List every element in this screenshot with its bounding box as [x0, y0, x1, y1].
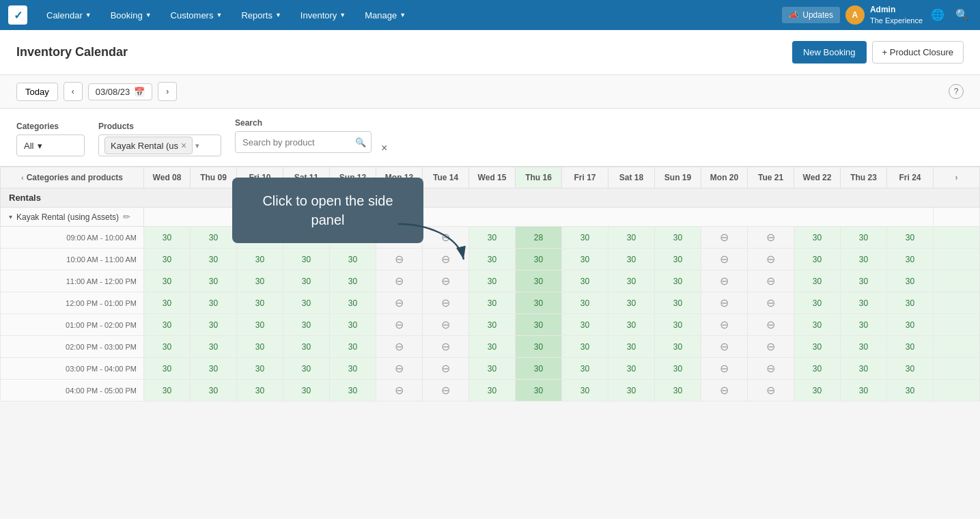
calendar-slot[interactable]: ⊖	[701, 227, 748, 249]
calendar-slot[interactable]: 30	[562, 314, 608, 336]
calendar-slot[interactable]: 30	[237, 336, 283, 358]
calendar-slot[interactable]: ⊖	[376, 336, 423, 358]
calendar-slot[interactable]: ⊖	[376, 358, 423, 380]
calendar-slot[interactable]: 30	[283, 380, 330, 402]
calendar-slot[interactable]: 30	[283, 249, 330, 270]
calendar-slot[interactable]: 30	[608, 292, 655, 314]
calendar-slot[interactable]: 30	[794, 227, 841, 249]
calendar-slot[interactable]: 30	[655, 249, 701, 270]
nav-manage[interactable]: Manage ▼	[356, 5, 414, 26]
calendar-slot[interactable]: 30	[283, 270, 330, 292]
calendar-slot[interactable]: 30	[191, 292, 237, 314]
calendar-slot[interactable]: 28	[516, 227, 562, 249]
today-button[interactable]: Today	[16, 83, 58, 101]
calendar-slot[interactable]: 30	[655, 336, 701, 358]
help-icon[interactable]: ?	[949, 84, 964, 99]
calendar-slot[interactable]: 30	[887, 227, 934, 249]
calendar-slot[interactable]: 30	[237, 270, 283, 292]
logo[interactable]: ✓	[8, 5, 27, 25]
calendar-slot[interactable]: 30	[794, 270, 841, 292]
calendar-slot[interactable]: 30	[283, 336, 330, 358]
calendar-slot[interactable]: 30	[469, 249, 516, 270]
calendar-slot[interactable]: ⊖	[423, 249, 469, 270]
calendar-slot[interactable]: 30	[516, 292, 562, 314]
new-booking-button[interactable]: New Booking	[792, 41, 867, 64]
calendar-slot[interactable]: 30	[469, 380, 516, 402]
calendar-slot[interactable]: 30	[794, 380, 841, 402]
calendar-slot[interactable]: 30	[608, 249, 655, 270]
calendar-slot[interactable]: ⊖	[423, 292, 469, 314]
calendar-slot[interactable]: 30	[283, 292, 330, 314]
calendar-slot[interactable]: ⊖	[748, 314, 794, 336]
col-prev-button[interactable]: ‹	[21, 173, 24, 182]
calendar-slot[interactable]: 30	[516, 314, 562, 336]
calendar-slot[interactable]: ⊖	[748, 380, 794, 402]
calendar-slot[interactable]: 30	[516, 249, 562, 270]
calendar-slot[interactable]: 30	[887, 292, 934, 314]
calendar-slot[interactable]: ⊖	[701, 270, 748, 292]
calendar-slot[interactable]: 30	[237, 227, 283, 249]
calendar-slot[interactable]: 30	[608, 314, 655, 336]
clear-search-button[interactable]: ×	[381, 143, 387, 154]
calendar-slot[interactable]: 30	[469, 336, 516, 358]
next-date-button[interactable]: ›	[158, 82, 177, 101]
calendar-slot[interactable]: 30	[144, 380, 191, 402]
calendar-slot[interactable]: 30	[330, 336, 376, 358]
calendar-slot[interactable]: 30	[237, 358, 283, 380]
calendar-slot[interactable]: 30	[191, 227, 237, 249]
calendar-slot[interactable]: ⊖	[423, 270, 469, 292]
calendar-slot[interactable]: 30	[516, 380, 562, 402]
calendar-slot[interactable]: 30	[655, 292, 701, 314]
calendar-slot[interactable]: 30	[144, 314, 191, 336]
calendar-slot[interactable]: 30	[887, 314, 934, 336]
calendar-slot[interactable]: 30	[887, 380, 934, 402]
nav-booking[interactable]: Booking ▼	[102, 5, 160, 26]
calendar-slot[interactable]: ⊖	[376, 314, 423, 336]
calendar-slot[interactable]: 30	[841, 336, 887, 358]
calendar-slot[interactable]: 30	[330, 249, 376, 270]
calendar-slot[interactable]: 30	[655, 380, 701, 402]
calendar-slot[interactable]: 30	[887, 358, 934, 380]
calendar-slot[interactable]: 30	[841, 380, 887, 402]
calendar-slot[interactable]: 30	[469, 227, 516, 249]
calendar-slot[interactable]: 30	[191, 336, 237, 358]
search-icon[interactable]: 🔍	[953, 5, 972, 24]
calendar-slot[interactable]: ⊖	[701, 292, 748, 314]
edit-icon[interactable]: ✏	[123, 212, 130, 222]
nav-customers[interactable]: Customers ▼	[163, 5, 231, 26]
calendar-slot[interactable]: 30	[655, 227, 701, 249]
calendar-slot[interactable]: 30	[516, 358, 562, 380]
calendar-slot[interactable]: 30	[144, 270, 191, 292]
calendar-slot[interactable]: 30	[562, 292, 608, 314]
calendar-slot[interactable]: 30	[191, 380, 237, 402]
calendar-slot[interactable]: 30	[608, 336, 655, 358]
calendar-slot[interactable]: 30	[283, 227, 330, 249]
calendar-slot[interactable]: ⊖	[748, 249, 794, 270]
updates-button[interactable]: 📣 Updates	[782, 7, 840, 23]
nav-inventory[interactable]: Inventory ▼	[292, 5, 354, 26]
calendar-slot[interactable]: 30	[841, 227, 887, 249]
calendar-slot[interactable]: 30	[469, 358, 516, 380]
globe-icon[interactable]: 🌐	[928, 5, 947, 24]
calendar-slot[interactable]: 30	[562, 227, 608, 249]
calendar-slot[interactable]: 30	[608, 380, 655, 402]
calendar-slot[interactable]: 30	[191, 314, 237, 336]
prev-date-button[interactable]: ‹	[64, 82, 83, 101]
product-closure-button[interactable]: + Product Closure	[872, 41, 964, 64]
calendar-slot[interactable]: 30	[144, 336, 191, 358]
calendar-icon[interactable]: 📅	[134, 87, 145, 97]
calendar-slot[interactable]: 30	[841, 270, 887, 292]
calendar-slot[interactable]: 30	[330, 358, 376, 380]
calendar-slot[interactable]: 30	[562, 380, 608, 402]
calendar-slot[interactable]: ⊖	[423, 336, 469, 358]
calendar-slot[interactable]: 30	[841, 249, 887, 270]
calendar-slot[interactable]: 30	[516, 270, 562, 292]
calendar-slot[interactable]: 30	[237, 292, 283, 314]
calendar-slot[interactable]: 30	[794, 249, 841, 270]
calendar-slot[interactable]: 30	[191, 358, 237, 380]
calendar-slot[interactable]: ⊖	[701, 336, 748, 358]
calendar-slot[interactable]: ⊖	[748, 270, 794, 292]
calendar-slot[interactable]: 30	[608, 270, 655, 292]
calendar-slot[interactable]: 30	[562, 249, 608, 270]
calendar-slot[interactable]: 30	[144, 227, 191, 249]
